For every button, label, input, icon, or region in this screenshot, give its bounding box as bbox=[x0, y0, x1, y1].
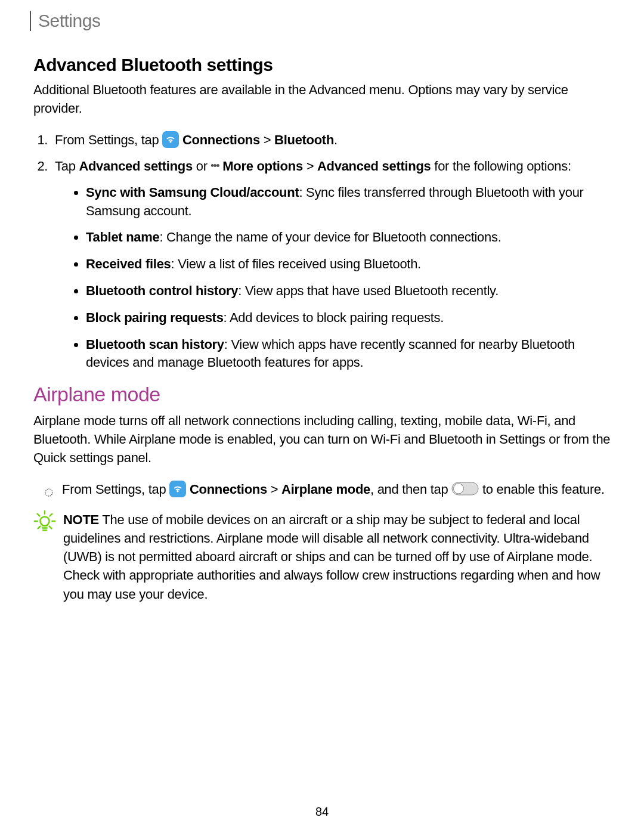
step1-connections-label: Connections bbox=[182, 132, 260, 147]
airplane-mode-label: Airplane mode bbox=[281, 482, 370, 497]
step2-gt: > bbox=[303, 159, 317, 174]
airplane-step: From Settings, tap Connections > Airplan… bbox=[51, 479, 611, 500]
svg-line-5 bbox=[50, 513, 52, 516]
option-scan-history: Bluetooth scan history: View which apps … bbox=[86, 336, 611, 373]
toggle-off-icon bbox=[451, 482, 479, 496]
step2-mid1: or bbox=[193, 159, 211, 174]
airplane-post: to enable this feature. bbox=[479, 482, 605, 497]
circle-marker-icon bbox=[44, 483, 54, 493]
option-block-pairing-desc: : Add devices to block pairing requests. bbox=[224, 310, 444, 325]
steps-list-airplane: From Settings, tap Connections > Airplan… bbox=[33, 479, 611, 500]
svg-point-2 bbox=[454, 484, 464, 494]
options-list: Sync with Samsung Cloud/account: Sync fi… bbox=[55, 184, 611, 372]
breadcrumb: Settings bbox=[38, 11, 100, 30]
connections-icon bbox=[162, 131, 179, 148]
option-received-files-label: Received files bbox=[86, 256, 171, 271]
note-body: The use of mobile devices on an aircraft… bbox=[63, 512, 600, 602]
option-tablet-name-desc: : Change the name of your device for Blu… bbox=[159, 230, 501, 244]
option-control-history-label: Bluetooth control history bbox=[86, 283, 238, 298]
option-block-pairing: Block pairing requests: Add devices to b… bbox=[86, 309, 611, 327]
section-intro-bluetooth: Additional Bluetooth features are availa… bbox=[33, 81, 611, 118]
step2-pre: Tap bbox=[55, 159, 79, 174]
steps-list-bluetooth: From Settings, tap Connections > Bluetoo… bbox=[33, 130, 611, 373]
svg-line-9 bbox=[49, 526, 52, 528]
connections-icon bbox=[169, 481, 186, 497]
note-lightbulb-icon bbox=[33, 510, 56, 533]
option-control-history-desc: : View apps that have used Bluetooth rec… bbox=[238, 283, 499, 298]
step-2: Tap Advanced settings or More options > … bbox=[51, 156, 611, 372]
option-block-pairing-label: Block pairing requests bbox=[86, 310, 224, 325]
option-received-files: Received files: View a list of files rec… bbox=[86, 255, 611, 274]
option-tablet-name: Tablet name: Change the name of your dev… bbox=[86, 228, 611, 247]
step2-advanced-label-2: Advanced settings bbox=[317, 159, 431, 174]
airplane-connections-label: Connections bbox=[190, 482, 267, 497]
option-control-history: Bluetooth control history: View apps tha… bbox=[86, 282, 611, 301]
section-heading-bluetooth: Advanced Bluetooth settings bbox=[33, 55, 611, 75]
section-heading-airplane: Airplane mode bbox=[33, 383, 611, 406]
airplane-mid: , and then tap bbox=[370, 482, 451, 497]
step-1: From Settings, tap Connections > Bluetoo… bbox=[51, 130, 611, 150]
airplane-gt: > bbox=[267, 482, 281, 497]
note-text: NOTE The use of mobile devices on an air… bbox=[63, 510, 611, 603]
section-intro-airplane: Airplane mode turns off all network conn… bbox=[33, 412, 611, 467]
step2-more-options-label: More options bbox=[222, 159, 303, 174]
step1-gt: > bbox=[260, 132, 274, 147]
step1-bluetooth-label: Bluetooth bbox=[274, 132, 334, 147]
option-sync-label: Sync with Samsung Cloud/account bbox=[86, 185, 299, 200]
step1-text-pre: From Settings, tap bbox=[55, 132, 162, 147]
option-scan-history-label: Bluetooth scan history bbox=[86, 337, 224, 352]
svg-point-0 bbox=[45, 489, 52, 496]
step2-advanced-label-1: Advanced settings bbox=[79, 159, 193, 174]
svg-line-4 bbox=[38, 513, 40, 516]
airplane-step-pre: From Settings, tap bbox=[62, 482, 169, 497]
svg-line-8 bbox=[38, 526, 41, 528]
svg-point-10 bbox=[40, 516, 49, 525]
note-block: NOTE The use of mobile devices on an air… bbox=[33, 510, 611, 603]
header-bar: Settings bbox=[30, 11, 611, 31]
step1-post: . bbox=[334, 132, 338, 147]
option-sync: Sync with Samsung Cloud/account: Sync fi… bbox=[86, 184, 611, 221]
more-options-icon bbox=[211, 159, 219, 173]
option-received-files-desc: : View a list of files received using Bl… bbox=[171, 256, 421, 271]
option-tablet-name-label: Tablet name bbox=[86, 230, 159, 244]
step2-post: for the following options: bbox=[431, 159, 571, 174]
page-number: 84 bbox=[0, 805, 644, 819]
note-label: NOTE bbox=[63, 512, 99, 527]
